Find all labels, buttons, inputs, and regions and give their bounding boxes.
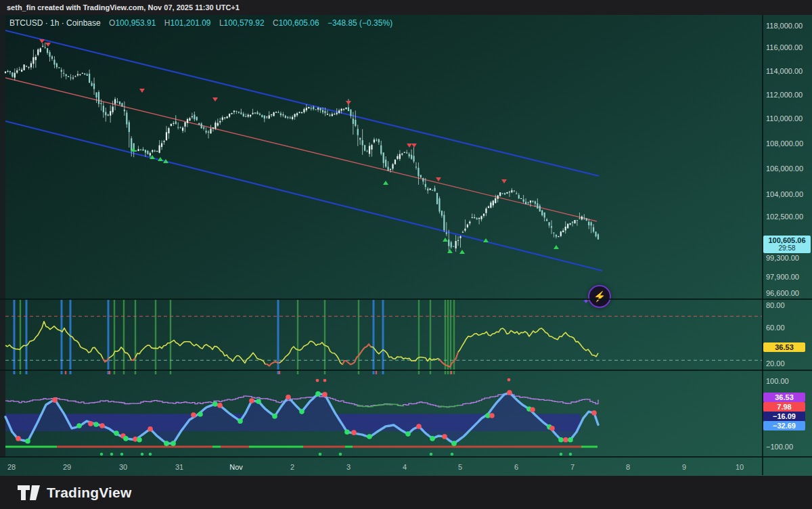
time-tick-label: 10 <box>736 463 744 471</box>
rsi-tick-label: 60.00 <box>766 324 785 332</box>
time-tick-label: 30 <box>119 463 127 471</box>
wt-tick-label: −100.00 <box>766 443 793 451</box>
attribution-bar: seth_fin created with TradingView.com, N… <box>0 0 812 15</box>
tradingview-logo-text: TradingView <box>47 485 132 501</box>
rsi-tick-label: 20.00 <box>766 359 785 368</box>
attribution-text: seth_fin created with TradingView.com, N… <box>7 3 240 12</box>
time-axis-separator <box>0 456 812 458</box>
open-value: 100,953.91 <box>115 18 156 28</box>
price-tick-label: 112,000.00 <box>766 91 803 99</box>
time-tick-label: 8 <box>626 463 630 471</box>
time-tick-label: 4 <box>403 463 407 471</box>
price-tick-label: 99,300.00 <box>766 254 799 262</box>
price-tick-label: 96,600.00 <box>766 289 799 297</box>
price-tick-label: 104,000.00 <box>766 190 803 198</box>
rsi-pane[interactable] <box>0 300 762 370</box>
time-tick-label: 29 <box>63 463 71 471</box>
price-tick-label: 110,000.00 <box>766 114 803 123</box>
price-tick-label: 108,000.00 <box>766 139 803 148</box>
wt-value-label: −16.09 <box>763 412 805 421</box>
pane-separator-2[interactable] <box>0 370 812 371</box>
indicator-watermark-icon[interactable]: ⚡ <box>588 285 611 308</box>
time-tick-label: Nov <box>229 463 243 471</box>
low-key: L <box>219 18 224 28</box>
lightning-icon: ⚡ <box>593 290 606 302</box>
footer-bar: TradingView <box>0 476 812 509</box>
time-tick-label: 9 <box>682 463 686 471</box>
rsi-value-label: 36.53 <box>763 342 805 352</box>
price-tick-label: 102,500.00 <box>766 213 803 221</box>
pane-separator-1[interactable] <box>0 298 812 300</box>
time-tick-label: 6 <box>514 463 518 471</box>
high-value: 101,201.09 <box>170 18 210 28</box>
wavetrend-pane[interactable] <box>0 371 762 456</box>
low-value: 100,579.92 <box>224 18 265 28</box>
bar-countdown: 29:58 <box>763 244 811 252</box>
wt-tick-label: 100.00 <box>766 377 789 385</box>
wt-value-label: 7.98 <box>763 402 805 412</box>
rsi-tick-label: 80.00 <box>766 301 785 309</box>
wt-value-label: −32.69 <box>763 421 805 430</box>
price-tick-label: 106,000.00 <box>766 164 803 173</box>
tradingview-logo-icon <box>18 485 41 501</box>
close-value: 100,605.06 <box>279 18 319 28</box>
change-value: −348.85 (−0.35%) <box>328 18 392 28</box>
time-tick-label: 3 <box>346 463 351 471</box>
last-price-value: 100,605.06 <box>763 236 811 244</box>
tradingview-logo[interactable]: TradingView <box>18 485 132 501</box>
price-tick-label: 97,900.00 <box>766 273 799 281</box>
price-tick-label: 114,000.00 <box>766 67 803 75</box>
symbol-title: BTCUSD · 1h · Coinbase <box>9 18 101 28</box>
symbol-legend[interactable]: BTCUSD · 1h · Coinbase O100,953.91 H101,… <box>9 18 392 28</box>
time-tick-label: 28 <box>7 463 16 471</box>
time-tick-label: 7 <box>570 463 574 471</box>
last-price-label: 100,605.06 29:58 <box>763 236 811 253</box>
open-key: O <box>109 18 115 28</box>
time-tick-label: 5 <box>458 463 462 471</box>
close-key: C <box>273 18 279 28</box>
tradingview-chart-page: seth_fin created with TradingView.com, N… <box>0 0 812 509</box>
time-tick-label: 2 <box>290 463 294 471</box>
main-candle-pane[interactable] <box>0 15 762 298</box>
price-tick-label: 116,000.00 <box>766 43 803 51</box>
wt-value-label: 36.53 <box>763 393 805 402</box>
price-tick-label: 118,000.00 <box>766 22 803 30</box>
time-tick-label: 31 <box>175 463 183 471</box>
